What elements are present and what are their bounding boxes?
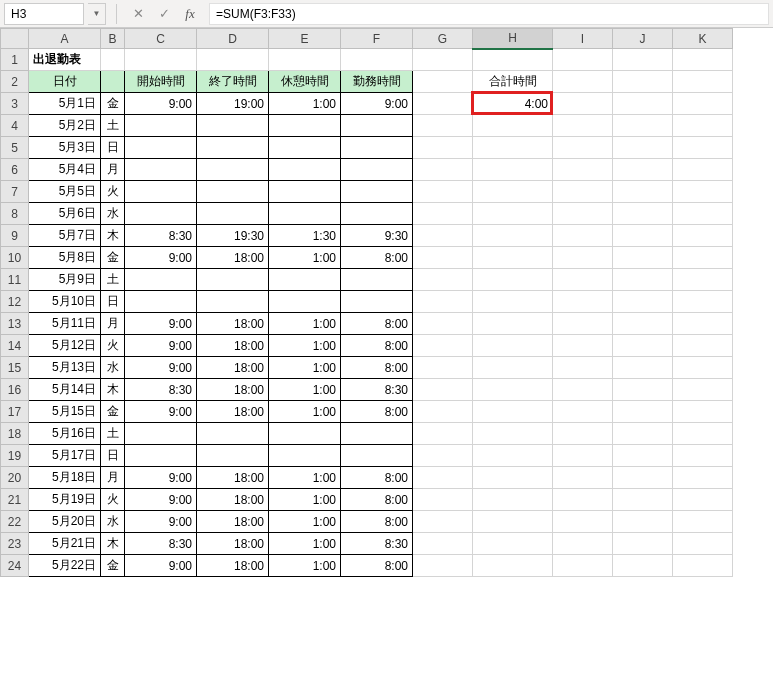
cell-J17[interactable] bbox=[613, 401, 673, 423]
cell-B6[interactable]: 月 bbox=[101, 159, 125, 181]
cell-J11[interactable] bbox=[613, 269, 673, 291]
column-header-G[interactable]: G bbox=[413, 29, 473, 49]
cell-A1[interactable]: 出退勤表 bbox=[29, 49, 101, 71]
spreadsheet-grid[interactable]: ABCDEFGHIJK 1出退勤表2日付開始時間終了時間休憩時間勤務時間合計時間… bbox=[0, 28, 773, 577]
cell-F16[interactable]: 8:30 bbox=[341, 379, 413, 401]
row-header-23[interactable]: 23 bbox=[1, 533, 29, 555]
cell-F18[interactable] bbox=[341, 423, 413, 445]
row-header-13[interactable]: 13 bbox=[1, 313, 29, 335]
cell-I9[interactable] bbox=[553, 225, 613, 247]
cell-B2[interactable] bbox=[101, 71, 125, 93]
cell-K17[interactable] bbox=[673, 401, 733, 423]
cell-K4[interactable] bbox=[673, 115, 733, 137]
row-header-6[interactable]: 6 bbox=[1, 159, 29, 181]
cell-F22[interactable]: 8:00 bbox=[341, 511, 413, 533]
cell-J2[interactable] bbox=[613, 71, 673, 93]
cell-J12[interactable] bbox=[613, 291, 673, 313]
cell-E24[interactable]: 1:00 bbox=[269, 555, 341, 577]
cell-F23[interactable]: 8:30 bbox=[341, 533, 413, 555]
cell-G3[interactable] bbox=[413, 93, 473, 115]
column-header-C[interactable]: C bbox=[125, 29, 197, 49]
cell-F12[interactable] bbox=[341, 291, 413, 313]
cell-F14[interactable]: 8:00 bbox=[341, 335, 413, 357]
cell-H12[interactable] bbox=[473, 291, 553, 313]
cell-H3[interactable]: 4:00 bbox=[473, 93, 553, 115]
cell-E15[interactable]: 1:00 bbox=[269, 357, 341, 379]
cell-A19[interactable]: 5月17日 bbox=[29, 445, 101, 467]
cell-I20[interactable] bbox=[553, 467, 613, 489]
cell-H13[interactable] bbox=[473, 313, 553, 335]
cell-J13[interactable] bbox=[613, 313, 673, 335]
cell-C14[interactable]: 9:00 bbox=[125, 335, 197, 357]
row-header-11[interactable]: 11 bbox=[1, 269, 29, 291]
cell-G14[interactable] bbox=[413, 335, 473, 357]
cell-F21[interactable]: 8:00 bbox=[341, 489, 413, 511]
cell-D2[interactable]: 終了時間 bbox=[197, 71, 269, 93]
cell-H18[interactable] bbox=[473, 423, 553, 445]
cell-D13[interactable]: 18:00 bbox=[197, 313, 269, 335]
name-box-dropdown[interactable]: ▼ bbox=[88, 3, 106, 25]
cell-J19[interactable] bbox=[613, 445, 673, 467]
cell-F7[interactable] bbox=[341, 181, 413, 203]
cell-B20[interactable]: 月 bbox=[101, 467, 125, 489]
cell-H15[interactable] bbox=[473, 357, 553, 379]
cell-D24[interactable]: 18:00 bbox=[197, 555, 269, 577]
cell-K5[interactable] bbox=[673, 137, 733, 159]
cell-K18[interactable] bbox=[673, 423, 733, 445]
cell-B9[interactable]: 木 bbox=[101, 225, 125, 247]
cell-E11[interactable] bbox=[269, 269, 341, 291]
cell-C16[interactable]: 8:30 bbox=[125, 379, 197, 401]
cell-H8[interactable] bbox=[473, 203, 553, 225]
cell-F5[interactable] bbox=[341, 137, 413, 159]
cell-D7[interactable] bbox=[197, 181, 269, 203]
cell-C7[interactable] bbox=[125, 181, 197, 203]
formula-input[interactable]: =SUM(F3:F33) bbox=[209, 3, 769, 25]
cell-D14[interactable]: 18:00 bbox=[197, 335, 269, 357]
cell-F19[interactable] bbox=[341, 445, 413, 467]
cell-C20[interactable]: 9:00 bbox=[125, 467, 197, 489]
cell-D1[interactable] bbox=[197, 49, 269, 71]
cell-I16[interactable] bbox=[553, 379, 613, 401]
cell-A9[interactable]: 5月7日 bbox=[29, 225, 101, 247]
cell-B8[interactable]: 水 bbox=[101, 203, 125, 225]
cell-E10[interactable]: 1:00 bbox=[269, 247, 341, 269]
cell-E13[interactable]: 1:00 bbox=[269, 313, 341, 335]
cell-G17[interactable] bbox=[413, 401, 473, 423]
cancel-formula-button[interactable]: ✕ bbox=[127, 3, 149, 25]
cell-E2[interactable]: 休憩時間 bbox=[269, 71, 341, 93]
cell-J18[interactable] bbox=[613, 423, 673, 445]
cell-A3[interactable]: 5月1日 bbox=[29, 93, 101, 115]
cell-D5[interactable] bbox=[197, 137, 269, 159]
cell-H10[interactable] bbox=[473, 247, 553, 269]
cell-F11[interactable] bbox=[341, 269, 413, 291]
row-header-17[interactable]: 17 bbox=[1, 401, 29, 423]
cell-I12[interactable] bbox=[553, 291, 613, 313]
cell-G4[interactable] bbox=[413, 115, 473, 137]
cell-D4[interactable] bbox=[197, 115, 269, 137]
cell-G23[interactable] bbox=[413, 533, 473, 555]
cell-C22[interactable]: 9:00 bbox=[125, 511, 197, 533]
cell-E17[interactable]: 1:00 bbox=[269, 401, 341, 423]
cell-A13[interactable]: 5月11日 bbox=[29, 313, 101, 335]
cell-I19[interactable] bbox=[553, 445, 613, 467]
insert-function-button[interactable]: fx bbox=[179, 3, 201, 25]
cell-K11[interactable] bbox=[673, 269, 733, 291]
cell-F4[interactable] bbox=[341, 115, 413, 137]
cell-D19[interactable] bbox=[197, 445, 269, 467]
row-header-10[interactable]: 10 bbox=[1, 247, 29, 269]
cell-J10[interactable] bbox=[613, 247, 673, 269]
cell-H19[interactable] bbox=[473, 445, 553, 467]
cell-J1[interactable] bbox=[613, 49, 673, 71]
row-header-14[interactable]: 14 bbox=[1, 335, 29, 357]
cell-E8[interactable] bbox=[269, 203, 341, 225]
cell-C8[interactable] bbox=[125, 203, 197, 225]
row-header-8[interactable]: 8 bbox=[1, 203, 29, 225]
cell-G15[interactable] bbox=[413, 357, 473, 379]
row-header-9[interactable]: 9 bbox=[1, 225, 29, 247]
cell-A18[interactable]: 5月16日 bbox=[29, 423, 101, 445]
cell-B19[interactable]: 日 bbox=[101, 445, 125, 467]
cell-K20[interactable] bbox=[673, 467, 733, 489]
cell-B12[interactable]: 日 bbox=[101, 291, 125, 313]
cell-K6[interactable] bbox=[673, 159, 733, 181]
cell-C13[interactable]: 9:00 bbox=[125, 313, 197, 335]
